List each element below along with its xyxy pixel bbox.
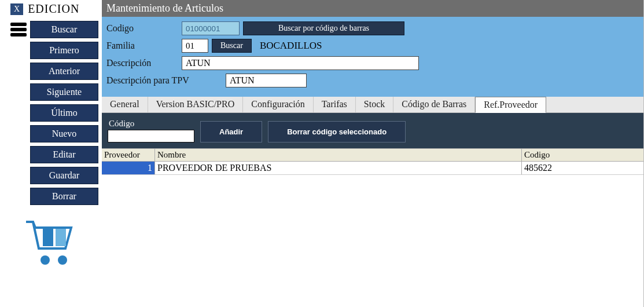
- familia-input[interactable]: [182, 39, 208, 53]
- svg-point-3: [58, 255, 67, 265]
- menu-icon[interactable]: [10, 23, 27, 36]
- cart-icon: [23, 217, 81, 269]
- anadir-button[interactable]: Añadir: [200, 121, 262, 142]
- svg-rect-0: [43, 229, 53, 246]
- cell-proveedor: 1: [102, 162, 155, 174]
- codigo-input: [182, 21, 240, 35]
- tab-codigo-barras[interactable]: Código de Barras: [393, 97, 475, 112]
- nav-editar[interactable]: Editar: [30, 146, 98, 163]
- col-proveedor[interactable]: Proveedor: [102, 149, 155, 161]
- mode-badge: X: [10, 3, 23, 15]
- codigo-label: Codigo: [106, 23, 178, 34]
- cell-nombre: PROVEEDOR DE PRUEBAS: [155, 162, 522, 174]
- svg-point-2: [41, 255, 50, 265]
- tab-configuracion[interactable]: Configuración: [243, 97, 313, 112]
- tab-version[interactable]: Version BASIC/PRO: [148, 97, 244, 112]
- sidebar: X EDICION Buscar Primero Anterior Siguie…: [0, 0, 102, 307]
- borrar-codigo-button[interactable]: Borrar código seleccionado: [268, 121, 406, 142]
- toolbar-codigo-input[interactable]: [108, 130, 194, 142]
- buscar-barras-button[interactable]: Buscar por código de barras: [243, 21, 404, 35]
- nav-nuevo[interactable]: Nuevo: [30, 125, 98, 142]
- svg-rect-1: [56, 229, 66, 246]
- buscar-button[interactable]: Buscar: [30, 21, 98, 38]
- nav-siguiente[interactable]: Siguiente: [30, 83, 98, 101]
- familia-label: Familia: [106, 41, 178, 51]
- grid: Proveedor Nombre Codigo 1 PROVEEDOR DE P…: [102, 148, 643, 175]
- table-row[interactable]: 1 PROVEEDOR DE PRUEBAS 485622: [102, 162, 643, 175]
- tab-tarifas[interactable]: Tarifas: [314, 97, 356, 112]
- desc-tpv-label: Descripción para TPV: [106, 75, 222, 86]
- nav-ultimo[interactable]: Último: [30, 104, 98, 122]
- cell-codigo: 485622: [522, 162, 643, 174]
- nav-anterior[interactable]: Anterior: [30, 63, 98, 80]
- nav-borrar[interactable]: Borrar: [30, 188, 98, 205]
- window-title: Mantenimiento de Articulos: [102, 0, 643, 17]
- desc-tpv-input[interactable]: [226, 74, 307, 87]
- main-panel: Mantenimiento de Articulos Codigo Buscar…: [102, 0, 644, 307]
- tab-general[interactable]: General: [102, 97, 148, 112]
- tab-stock[interactable]: Stock: [356, 97, 393, 112]
- tab-ref-proveedor[interactable]: Ref.Proveedor: [475, 97, 546, 113]
- mode-label: EDICION: [28, 2, 79, 16]
- toolbar: Código Añadir Borrar código seleccionado: [102, 113, 643, 148]
- grid-header: Proveedor Nombre Codigo: [102, 149, 643, 162]
- familia-text: BOCADILLOS: [260, 40, 322, 52]
- form-area: Codigo Buscar por código de barras Famil…: [102, 17, 643, 97]
- col-codigo[interactable]: Codigo: [522, 149, 643, 161]
- familia-buscar-button[interactable]: Buscar: [212, 39, 252, 53]
- descripcion-input[interactable]: [182, 56, 419, 70]
- nav-primero[interactable]: Primero: [30, 42, 98, 59]
- tab-strip: General Version BASIC/PRO Configuración …: [102, 97, 643, 113]
- nav-guardar[interactable]: Guardar: [30, 167, 98, 184]
- descripcion-label: Descripción: [106, 58, 178, 68]
- col-nombre[interactable]: Nombre: [155, 149, 522, 161]
- toolbar-codigo-label: Código: [108, 119, 194, 129]
